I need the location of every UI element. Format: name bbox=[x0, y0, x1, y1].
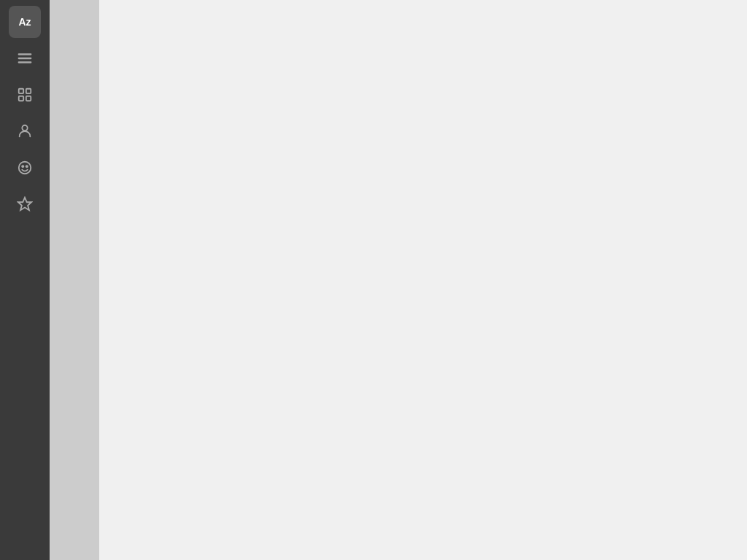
az-icon[interactable]: Az bbox=[9, 6, 41, 38]
svg-rect-3 bbox=[19, 89, 23, 93]
person-icon[interactable] bbox=[9, 115, 41, 147]
svg-marker-11 bbox=[18, 198, 31, 210]
svg-point-10 bbox=[26, 166, 28, 167]
grid-icon[interactable] bbox=[9, 79, 41, 111]
menu-icon[interactable] bbox=[9, 42, 41, 74]
svg-rect-4 bbox=[26, 89, 31, 93]
svg-point-9 bbox=[22, 166, 23, 167]
svg-point-7 bbox=[22, 125, 27, 131]
svg-rect-6 bbox=[26, 96, 31, 101]
star-icon[interactable] bbox=[9, 188, 41, 220]
main-content bbox=[99, 0, 747, 560]
svg-point-8 bbox=[19, 162, 31, 174]
toolbar: Az bbox=[0, 0, 50, 560]
face-icon[interactable] bbox=[9, 152, 41, 184]
svg-rect-5 bbox=[19, 96, 23, 101]
alphabet-sidebar bbox=[50, 0, 99, 560]
